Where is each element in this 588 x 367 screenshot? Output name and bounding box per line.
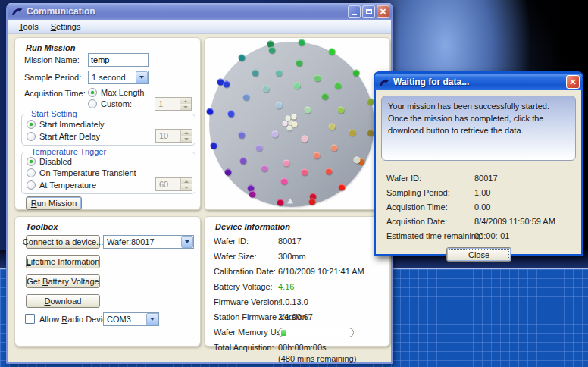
info-value: 4.0.13.0 — [278, 297, 308, 306]
wafer-sensor-dot — [301, 135, 308, 142]
dialog-label: Acquistion Time: — [386, 202, 448, 212]
chevron-down-icon[interactable] — [181, 236, 193, 248]
trigger-at-temp-radio[interactable] — [27, 180, 36, 190]
dialog-close-icon[interactable]: ✕ — [566, 75, 580, 89]
wafer-sensor-dot — [313, 152, 320, 158]
close-button[interactable]: ✕ — [377, 5, 389, 18]
run-mission-panel: Run Mission Mission Name: Sample Period:… — [14, 37, 201, 210]
wafer-image-panel — [204, 37, 390, 210]
dialog-message: Your mission has been successfully start… — [381, 96, 576, 161]
wafer-sensor-dot — [339, 184, 346, 191]
com-port-combo[interactable]: COM3 — [103, 312, 159, 326]
trigger-at-temp-label: At Temperature — [39, 180, 96, 190]
lifetime-info-button[interactable]: Lifetime Information — [26, 255, 100, 268]
start-after-delay-radio[interactable] — [27, 132, 36, 141]
communication-window: Communication ✕ Tools Settings Run Missi… — [6, 3, 393, 364]
info-label: Total Acquistion: — [214, 343, 274, 352]
wafer-sensor-dot — [272, 130, 279, 137]
custom-radio[interactable] — [88, 99, 97, 108]
window-title: Communication — [27, 6, 346, 17]
wafer-sensor-dot — [276, 69, 283, 76]
get-battery-voltage-button[interactable]: Get Battery Voltage — [26, 274, 100, 288]
delay-spinner[interactable]: 10 — [155, 129, 192, 143]
wafer-sensor-dot — [223, 81, 230, 88]
start-setting-group: Start Setting Start Immediately Start Af… — [21, 114, 195, 146]
client-area: Run Mission Mission Name: Sample Period:… — [8, 34, 391, 362]
dialog-body: Your mission has been successfully start… — [376, 90, 581, 256]
start-setting-caption: Start Setting — [28, 109, 80, 118]
temperature-spinner[interactable]: 60 — [155, 177, 192, 191]
wafer-sensor-dot — [277, 199, 284, 206]
run-mission-button[interactable]: Run Mission — [26, 196, 82, 210]
trigger-transient-radio[interactable] — [27, 168, 36, 177]
chevron-down-icon[interactable] — [146, 313, 158, 325]
device-info-header: Device Information — [215, 222, 290, 231]
wafer-sensor-dot — [207, 108, 214, 115]
maximize-button[interactable] — [362, 5, 375, 18]
total-acquisition-value: 00h:00m:00s — [278, 343, 327, 352]
wafer-sensor-dot — [263, 86, 270, 93]
custom-spinner[interactable]: 1 — [155, 97, 192, 111]
wafer-sensor-dot — [224, 169, 231, 176]
connect-device-button[interactable]: Connect to a device... — [26, 235, 100, 249]
sample-period-label: Sample Period: — [24, 73, 81, 82]
wafer-sensor-dot — [238, 54, 245, 61]
info-label: Wafer ID: — [214, 237, 249, 246]
wafer-sensor-dot — [329, 48, 336, 55]
wafer-sensor-dot — [353, 69, 360, 76]
wafer-sensor-dot — [256, 144, 263, 151]
chevron-down-icon[interactable] — [136, 71, 148, 83]
menubar: Tools Settings — [8, 20, 391, 34]
app-logo-icon — [379, 77, 390, 87]
estimated-time-remaining-value: 00:00:-01 — [474, 231, 509, 240]
toolbox-panel: Toolbox Connect to a device... Wafer:800… — [14, 216, 201, 347]
info-value: 2.1.90.67 — [278, 312, 313, 322]
wafer-sensor-dot — [331, 144, 338, 151]
start-after-delay-label: Start After Delay — [39, 132, 100, 141]
dialog-value: 8/4/2009 11:50:59 AM — [474, 217, 555, 226]
wafer-sensor-dot — [243, 94, 250, 101]
wafer-notch — [287, 199, 293, 204]
mission-name-input[interactable] — [88, 53, 149, 67]
wafer-sensor-dot — [268, 46, 275, 53]
max-length-radio[interactable] — [88, 88, 97, 97]
info-label: Firmware Version: — [214, 297, 281, 306]
allow-radio-checkbox[interactable] — [25, 314, 35, 324]
wafer-dots — [209, 42, 374, 207]
menu-settings[interactable]: Settings — [45, 20, 87, 33]
dialog-titlebar[interactable]: Waiting for data... ✕ — [375, 74, 582, 90]
info-label: Calibration Date: — [214, 267, 276, 276]
info-value: 80017 — [278, 237, 302, 246]
main-titlebar[interactable]: Communication ✕ — [8, 3, 392, 20]
dialog-value: 1.00 — [474, 188, 490, 197]
custom-label: Custom: — [101, 99, 132, 108]
app-logo-icon — [11, 6, 23, 17]
start-immediately-radio[interactable] — [27, 120, 36, 129]
wafer-sensor-dot — [367, 99, 374, 105]
wafer-sensor-dot — [308, 199, 315, 205]
menu-tools[interactable]: Tools — [13, 20, 45, 33]
wafer-sensor-dot — [329, 124, 336, 130]
minimize-button[interactable] — [348, 5, 361, 18]
dialog-label: Estimated time remaining: — [386, 231, 483, 240]
trigger-disabled-radio[interactable] — [27, 157, 36, 166]
temperature-trigger-group: Temperature Trigger Disabled On Temperat… — [21, 152, 195, 194]
download-button[interactable]: Download — [26, 294, 100, 308]
dialog-label: Sampling Period: — [386, 188, 450, 197]
device-combo[interactable]: Wafer:80017 — [103, 235, 194, 249]
wafer-sensor-dot — [325, 168, 332, 175]
allow-radio-label: Allow Radio Device — [39, 315, 111, 324]
wafer-sensor-dot — [304, 107, 311, 114]
temperature-trigger-caption: Temperature Trigger — [28, 147, 109, 156]
wafer-sensor-dot — [210, 142, 217, 149]
trigger-transient-label: On Temperature Transient — [39, 168, 136, 177]
max-length-label: Max Length — [101, 88, 144, 97]
wafer-sensor-dot — [281, 178, 288, 185]
dialog-close-button[interactable]: Close — [446, 247, 511, 262]
sample-period-combo[interactable]: 1 second — [88, 71, 149, 84]
wafer-sensor-dot — [354, 156, 361, 163]
wafer-sensor-dot — [367, 129, 374, 136]
battery-voltage-value: 4.16 — [278, 282, 294, 291]
dialog-label: Acquistion Date: — [386, 217, 447, 226]
info-value: 300mm — [278, 252, 306, 261]
